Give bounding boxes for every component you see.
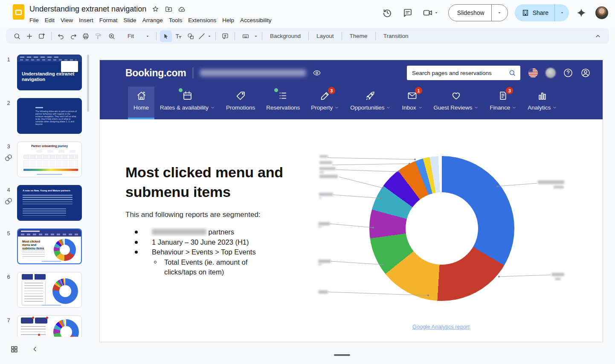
extranet-search[interactable]: [407, 66, 520, 80]
menu-tools[interactable]: Tools: [166, 16, 186, 25]
bullet-text: 1 January – 30 June 2023 (H1): [152, 237, 249, 248]
slide-intro[interactable]: This and following reports are segmented…: [125, 211, 261, 219]
select-tool-icon[interactable]: [160, 30, 172, 42]
user-avatar[interactable]: [595, 6, 608, 19]
nav-label: Guest Reviews: [434, 104, 473, 111]
extranet-nav-promotions[interactable]: Promotions: [220, 87, 261, 119]
google-slides-logo-icon[interactable]: [13, 4, 24, 20]
grid-view-icon[interactable]: [10, 345, 18, 353]
background-button[interactable]: Background: [266, 31, 305, 41]
property-name-redacted: [200, 69, 306, 76]
share-button[interactable]: Share: [515, 4, 569, 21]
slide-title[interactable]: Most clicked menu and submenu items: [125, 162, 296, 202]
chevron-down-icon[interactable]: [207, 34, 212, 39]
gemini-sparkle-icon[interactable]: [576, 8, 586, 18]
partner-avatar-redacted[interactable]: [545, 68, 556, 78]
nav-label: Promotions: [226, 104, 255, 111]
extranet-nav-finance[interactable]: 3Finance: [484, 87, 522, 119]
paint-format-icon[interactable]: [92, 30, 104, 42]
layout-button[interactable]: Layout: [312, 31, 338, 41]
menu-insert[interactable]: Insert: [76, 16, 96, 25]
menu-view[interactable]: View: [58, 16, 76, 25]
insert-line-icon[interactable]: [197, 30, 206, 42]
slide-thumbnail-6[interactable]: [17, 272, 82, 308]
speaker-notes-resize-handle[interactable]: [334, 354, 350, 356]
language-flag-icon[interactable]: [528, 68, 538, 78]
text-box-icon[interactable]: [172, 30, 184, 42]
nav-label: Home: [133, 104, 149, 111]
slide-thumbnail-1[interactable]: Understanding extranet navigation: [17, 55, 82, 90]
menu-extensions[interactable]: Extensions: [185, 16, 219, 25]
extranet-nav-reservations[interactable]: Reservations: [261, 87, 305, 119]
menu-file[interactable]: File: [26, 16, 42, 25]
chevron-down-icon: [512, 105, 516, 110]
menu-edit[interactable]: Edit: [42, 16, 58, 25]
bullet-list[interactable]: partners1 January – 30 June 2023 (H1)Beh…: [135, 227, 288, 277]
cloud-saved-icon[interactable]: [178, 5, 186, 13]
collapse-filmstrip-icon[interactable]: [31, 345, 39, 353]
zoom-control[interactable]: Fit: [104, 30, 153, 42]
toolbar-divider: [51, 32, 52, 40]
chevron-down-icon[interactable]: [253, 34, 258, 39]
bullet-item: Behaviour > Events > Top Events: [135, 247, 288, 257]
filmstrip: 1Understanding extranet navigation2The f…: [0, 47, 90, 337]
account-icon[interactable]: [580, 68, 591, 78]
meet-presentation-control[interactable]: [423, 8, 439, 18]
search-menus-icon[interactable]: [11, 30, 23, 42]
bar-chart-icon: [537, 90, 548, 101]
redo-icon[interactable]: [67, 30, 79, 42]
nav-label: Opportunities: [350, 104, 384, 111]
slideshow-button[interactable]: Slideshow: [448, 4, 508, 21]
extranet-search-input[interactable]: [412, 70, 508, 76]
new-slide-plus-icon[interactable]: [23, 30, 35, 42]
insert-shape-icon[interactable]: [185, 30, 197, 42]
chevron-down-icon: [145, 34, 150, 39]
insert-comment-icon[interactable]: [219, 30, 231, 42]
help-icon[interactable]: [563, 68, 573, 78]
document-title[interactable]: Understanding extranet navigation: [29, 5, 146, 14]
eye-icon: [313, 69, 321, 77]
filmstrip-item-7: 7: [0, 315, 87, 337]
version-history-icon[interactable]: [382, 8, 392, 18]
zoom-value: Fit: [128, 33, 134, 39]
slide-thumbnail-5[interactable]: Most clicked menu and submenu items: [17, 228, 82, 264]
extranet-nav-guest-reviews[interactable]: Guest Reviews: [428, 87, 484, 119]
title-block: Understanding extranet navigation FileEd…: [29, 3, 379, 26]
slide-thumbnail-3[interactable]: Partner onboarding journey: [17, 142, 82, 177]
chart-label-redacted: [318, 226, 322, 228]
print-icon[interactable]: [80, 30, 92, 42]
filmstrip-scrollbar[interactable]: [87, 55, 89, 112]
titlebar: Understanding extranet navigation FileEd…: [0, 0, 615, 27]
menu-slide[interactable]: Slide: [121, 16, 139, 25]
theme-button[interactable]: Theme: [345, 31, 372, 41]
slide-canvas[interactable]: Booking.com: [99, 60, 603, 342]
menu-help[interactable]: Help: [219, 16, 237, 25]
menu-accessibility[interactable]: Accessibility: [237, 16, 275, 25]
google-analytics-report-link[interactable]: Google Analytics report: [356, 324, 526, 330]
input-tools-keyboard-icon[interactable]: [238, 30, 253, 42]
transition-button[interactable]: Transition: [379, 31, 413, 41]
slide-thumbnail-7[interactable]: [17, 315, 82, 337]
slide-thumbnail-2[interactable]: The following slides aim to paint a pict…: [17, 98, 82, 134]
extranet-nav-rates-availability[interactable]: Rates & availability: [154, 87, 220, 119]
extranet-nav-property[interactable]: 3Property: [305, 87, 345, 119]
extranet-nav-inbox[interactable]: 1Inbox: [396, 87, 428, 119]
move-to-folder-icon[interactable]: [165, 5, 173, 13]
slide-canvas-area: Booking.com: [90, 47, 615, 364]
extranet-nav-opportunities[interactable]: Opportunities: [345, 87, 396, 119]
slide-thumbnail-4[interactable]: A note on New, Young and Mature partners: [17, 185, 82, 221]
slideshow-options-dropdown[interactable]: [491, 5, 508, 21]
share-options-dropdown[interactable]: [554, 4, 569, 21]
share-label: Share: [533, 9, 548, 16]
star-icon[interactable]: [151, 5, 160, 13]
new-slide-with-layout-icon[interactable]: [36, 30, 48, 42]
extranet-nav-analytics[interactable]: Analytics: [522, 87, 563, 119]
menu-arrange[interactable]: Arrange: [139, 16, 166, 25]
header-divider: [193, 67, 193, 78]
undo-icon[interactable]: [55, 30, 67, 42]
collapse-toolbar-icon[interactable]: [592, 30, 604, 42]
menu-format[interactable]: Format: [96, 16, 121, 25]
redacted-text: [152, 229, 206, 235]
comments-icon[interactable]: [403, 8, 413, 18]
extranet-nav-home[interactable]: Home: [128, 87, 154, 119]
